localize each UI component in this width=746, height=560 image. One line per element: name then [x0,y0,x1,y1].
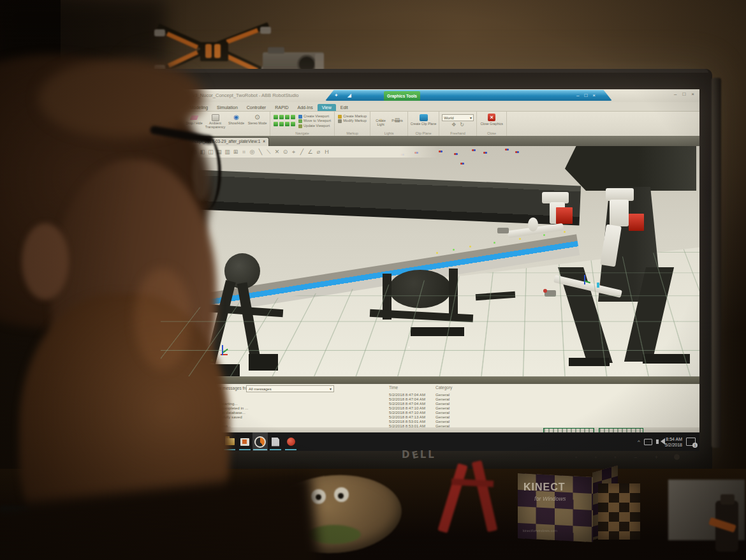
output-tab[interactable]: Output [163,378,186,385]
create-markup-button[interactable]: Create Markup [338,114,367,119]
output-column-category[interactable]: Category [435,385,452,390]
close-x-icon: × [488,114,495,121]
modify-markup-button[interactable]: Modify Markup [338,119,367,123]
viewport-tool-icon-import-geometry[interactable]: ▣ [164,147,172,156]
close-tab-icon[interactable]: × [263,139,265,144]
taskbar-notes-app[interactable] [268,432,283,451]
viewport-tool-icon[interactable]: ╱ [298,147,306,156]
action-center-icon[interactable]: 1 [686,438,696,446]
output-filter-dropdown[interactable]: All messages▾ [246,385,334,392]
viewport-tool-icon[interactable]: ⌖ [289,147,298,156]
tab-modeling[interactable]: Modeling [186,104,212,111]
ribbon-empty-space [507,112,699,136]
green-mouth [307,525,361,544]
pin-icon[interactable]: ✦ [334,92,339,98]
viewport-tool-icon[interactable]: ▨ [190,147,198,156]
viewport-tool-icon[interactable]: ◧ [198,147,207,156]
output-row[interactable]: iWorkspaceSamplingWorker starting...5/2/… [161,401,699,406]
taskbar-app-dark[interactable] [176,432,191,451]
viewport-tool-icon[interactable]: ⌀ [314,147,323,156]
tab-simulation[interactable]: Simulation [212,104,242,111]
window-close-button[interactable]: × [691,91,694,97]
gantry-tower-head [565,146,696,191]
ambient-transparency-button[interactable]: Ambient Transparency [205,113,226,129]
taskbar-clock[interactable]: 8:54 AM 5/2/2018 [665,436,682,448]
advanced-lighting-button[interactable]: Advanced Lighting [163,113,184,129]
viewport-tool-icon[interactable]: ◎ [248,147,256,156]
taskbar-firefox[interactable] [191,432,207,451]
freehand-move-icon[interactable]: ✥ [451,122,456,128]
viewport-toolbar: ▣ ▦ ◩ ▨ ◧ ◫ ▤ ▥ ⊞ ⌗ ◎ ╲ ⟍ ✕ ⊙ ⌖ ╱ [161,146,438,158]
create-light-button[interactable]: ☼ Create Light [372,113,389,126]
ribbon-group-freehand: World▾ ✥ ↻ Freehand [439,112,477,136]
drop-hide-button[interactable]: Drop / Hide [184,113,205,129]
viewport-tool-icon[interactable]: ╲ [256,147,265,156]
create-viewport-button[interactable]: Create Viewport [298,114,331,119]
create-clip-plane-button[interactable]: Create Clip Plane [410,113,437,126]
display-tray-icon[interactable] [644,439,652,445]
output-row[interactable]: iWorkspace sampling successfully saved5/… [161,415,699,419]
googly-eye [334,487,349,502]
light-presets-button[interactable]: ▤ Presets [389,113,406,126]
tab-add-ins[interactable]: Add-Ins [293,104,318,111]
monitor-osd-buttons[interactable]: ◦◦▫−+ [575,454,658,461]
freehand-rotate-icon[interactable]: ↻ [460,122,464,128]
update-viewport-button[interactable]: Update Viewport [298,124,331,128]
resize-icon[interactable]: ◢ [347,92,351,98]
viewport-tool-icon[interactable]: ▥ [223,147,231,156]
3d-viewport[interactable]: ▣ ▦ ◩ ▨ ◧ ◫ ▤ ▥ ⊞ ⌗ ◎ ╲ ⟍ ✕ ⊙ ⌖ ╱ [161,146,699,376]
output-row[interactable]: iSaving octree to database...5/2/2018 8:… [161,392,699,397]
viewport-tool-icon[interactable]: ✕ [273,147,281,156]
monitor-power-button[interactable] [674,454,680,460]
cube-icon [212,114,219,121]
volume-icon[interactable] [656,439,659,444]
cyan-marker [597,283,599,288]
tab-rapid[interactable]: RAPID [270,104,293,111]
tab-edit[interactable]: Edit [336,104,353,111]
viewport-tool-icon[interactable]: ⌗ [240,147,248,156]
output-column-time[interactable]: Time [389,385,398,390]
viewport-tool-icon[interactable]: Η [323,147,331,156]
robot-left-tool [497,228,509,233]
output-row[interactable]: iWorkspaceSamplingWorker completed in ..… [161,406,699,410]
window-minimize-button[interactable]: – [674,91,677,97]
tab-home[interactable]: Home [165,104,186,111]
viewport-tool-icon[interactable]: ⊙ [281,147,289,156]
viewport-tool-icon-active[interactable]: ◩ [180,147,190,157]
output-row[interactable]: iSaving workspace sampling to database..… [161,410,699,415]
stereo-mode-button[interactable]: ⊙ Stereo Mode [247,113,268,129]
tab-view-active[interactable]: View [318,104,336,111]
caption-close-button[interactable]: × [592,92,596,98]
tab-controller[interactable]: Controller [242,104,270,111]
caption-minimize-button[interactable]: – [576,92,579,98]
window-restore-button[interactable]: □ [682,91,685,97]
windows-taskbar: e ^ 8:54 AM 5/2/2018 1 [161,432,699,451]
viewport-tool-icon[interactable]: ⊞ [231,147,240,156]
taskbar-media-app[interactable] [237,432,252,451]
tray-chevron-icon[interactable]: ^ [638,439,640,445]
contextual-tab-graphics-tools[interactable]: Graphics Tools [384,91,420,101]
move-to-viewport-button[interactable]: Move to Viewport [298,119,331,123]
taskbar-edge[interactable]: e [207,432,222,451]
robot-right-red-module [629,214,644,231]
show-hide-button[interactable]: ◉ Show/Hide [226,113,247,129]
caption-restore-button[interactable]: □ [584,92,587,98]
eraser-icon [190,115,199,120]
viewport-layout-icons[interactable] [274,115,296,128]
viewport-tool-icon[interactable]: ◫ [207,147,215,156]
viewport-tool-icon[interactable]: ▤ [215,147,223,156]
ribbon-group-view: Advanced Lighting Drop / Hide Ambient Tr… [161,112,270,136]
viewport-tool-icon[interactable]: ∠ [306,147,314,156]
output-panel: Output Show messages from: All messages▾… [161,376,699,429]
windows-logo-icon [165,438,173,446]
taskbar-red-app[interactable] [283,432,298,451]
viewport-tool-icon-frame[interactable]: ▦ [172,147,180,156]
output-row[interactable]: iOctree successfully saved5/2/2018 8:47:… [161,397,699,401]
taskbar-file-explorer[interactable] [222,432,237,451]
freehand-reference-dropdown[interactable]: World▾ [442,114,474,121]
start-button[interactable] [161,432,176,451]
viewport-tool-icon[interactable]: ⟍ [265,147,273,156]
taskbar-robotstudio-active[interactable] [252,432,268,451]
output-row[interactable]: iPathNetworkWorker starting...5/2/2018 8… [161,419,699,424]
close-graphics-button[interactable]: × Close Graphics [479,113,504,126]
